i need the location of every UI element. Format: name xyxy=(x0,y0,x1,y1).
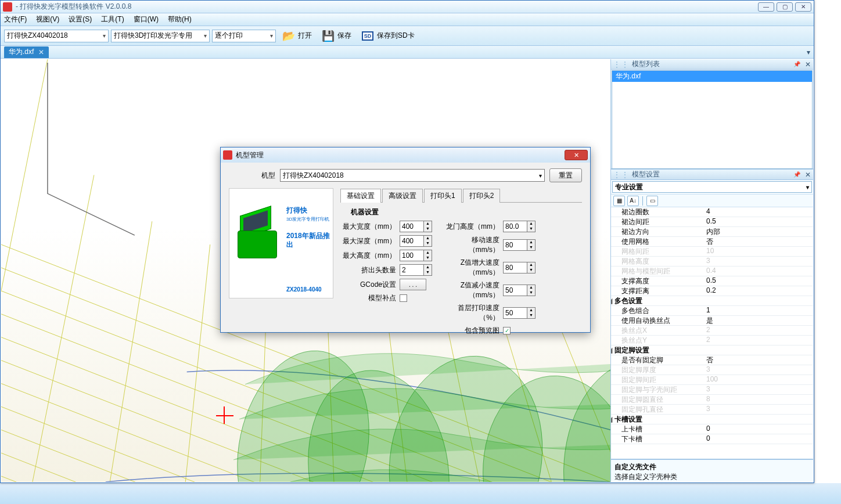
property-row[interactable]: 使用网格否 xyxy=(611,237,813,247)
spin-input[interactable]: ▲▼ xyxy=(400,221,432,232)
dialog-icon xyxy=(223,150,232,160)
reset-button[interactable]: 重置 xyxy=(549,168,582,182)
model-list-panel: ⋮⋮ 模型列表 📌 ✕ 华为.dxf xyxy=(611,59,813,170)
tab-overflow-icon[interactable]: ▾ xyxy=(803,48,814,56)
model-settings-header: ⋮⋮ 模型设置 📌 ✕ xyxy=(611,170,813,180)
property-group[interactable]: ◢多色设置 xyxy=(611,296,813,306)
property-row[interactable]: 多色组合1 xyxy=(611,306,813,316)
svg-line-14 xyxy=(175,244,210,482)
property-grid[interactable]: 裙边圈数4裙边间距0.5裙边方向内部使用网格否网格间距10网格高度3网格与模型间… xyxy=(611,207,813,459)
property-row[interactable]: 下卡槽0 xyxy=(611,434,813,444)
menu-file[interactable]: 文件(F) xyxy=(4,15,27,24)
mode-combo[interactable]: 逐个打印▾ xyxy=(212,30,276,42)
dialog-titlebar[interactable]: 机型管理 ✕ xyxy=(221,147,590,163)
close-tab-icon[interactable]: ✕ xyxy=(38,48,44,56)
save-button[interactable]: 💾 保存 xyxy=(318,28,355,44)
open-button[interactable]: 📂 打开 xyxy=(278,28,315,44)
menu-window[interactable]: 窗口(W) xyxy=(134,15,159,24)
form-field: 首层打印速度（%）▲▼ xyxy=(444,303,535,323)
close-button[interactable]: ✕ xyxy=(795,2,811,12)
spin-input[interactable]: ▲▼ xyxy=(400,250,432,261)
menu-bar: 文件(F) 视图(V) 设置(S) 工具(T) 窗口(W) 帮助(H) xyxy=(1,13,814,26)
machine-select[interactable]: 打得快ZX40402018▾ xyxy=(280,169,545,182)
form-field: 包含预览图✓ xyxy=(444,326,535,336)
maximize-button[interactable]: ▢ xyxy=(777,2,793,12)
tab-head1[interactable]: 打印头1 xyxy=(424,189,462,203)
settings-profile-combo[interactable]: 专业设置 ▾ xyxy=(612,181,812,193)
machine-combo-value: 打得快ZX40402018 xyxy=(7,31,68,41)
property-row[interactable]: 裙边间距0.5 xyxy=(611,217,813,227)
form-field: Z值减小速度（mm/s）▲▼ xyxy=(444,280,535,300)
form-field: Z值增大速度（mm/s）▲▼ xyxy=(444,258,535,278)
window-title: - 打得快发光字模型转换软件 V2.0.0.8 xyxy=(16,2,131,12)
machine-label: 机型 xyxy=(229,171,275,181)
property-row: 固定脚厚度3 xyxy=(611,365,813,375)
panel-close-icon[interactable]: ✕ xyxy=(805,171,811,179)
expand-icon[interactable]: ▭ xyxy=(646,196,658,206)
spin-input[interactable]: ▲▼ xyxy=(503,285,535,296)
spin-input[interactable]: ▲▼ xyxy=(503,262,535,273)
model-list[interactable]: 华为.dxf xyxy=(612,70,813,169)
property-group[interactable]: ◢卡槽设置 xyxy=(611,415,813,424)
mode-combo-value: 逐个打印 xyxy=(215,31,243,41)
model-settings-panel: ⋮⋮ 模型设置 📌 ✕ 专业设置 ▾ ▦ A↓ ▭ 裙边圈 xyxy=(611,170,813,460)
spin-input[interactable]: ▲▼ xyxy=(503,307,535,319)
machine-combo[interactable]: 打得快ZX40402018▾ xyxy=(4,30,109,42)
form-field: 移动速度（mm/s）▲▼ xyxy=(444,235,535,255)
machine-manager-dialog: 机型管理 ✕ 机型 打得快ZX40402018▾ 重置 打得快 3D发光字专用打 xyxy=(220,147,591,333)
sd-card-icon: SD xyxy=(361,29,375,43)
property-group[interactable]: ◢固定脚设置 xyxy=(611,345,813,355)
menu-view[interactable]: 视图(V) xyxy=(36,15,59,24)
save-sd-button[interactable]: SD 保存到SD卡 xyxy=(357,28,418,44)
profile-combo[interactable]: 打得快3D打印发光字专用▾ xyxy=(111,30,210,42)
tab-head2[interactable]: 打印头2 xyxy=(463,189,501,203)
menu-tools[interactable]: 工具(T) xyxy=(101,15,124,24)
model-mesh xyxy=(233,326,611,482)
menu-settings[interactable]: 设置(S) xyxy=(69,15,92,24)
property-row[interactable]: 支撑高度0.5 xyxy=(611,276,813,286)
form-field: 最大高度（mm）▲▼ xyxy=(340,250,432,261)
document-tabs: 华为.dxf ✕ ▾ xyxy=(1,46,814,59)
folder-open-icon: 📂 xyxy=(282,29,296,43)
checkbox[interactable]: ✓ xyxy=(503,327,511,334)
form-field: 模型补点 xyxy=(340,293,432,303)
main-window: - 打得快发光字模型转换软件 V2.0.0.8 — ▢ ✕ 文件(F) 视图(V… xyxy=(0,0,814,483)
tab-advanced[interactable]: 高级设置 xyxy=(382,189,423,203)
menu-help[interactable]: 帮助(H) xyxy=(168,15,192,24)
property-row: 网格高度3 xyxy=(611,257,813,267)
categorize-icon[interactable]: ▦ xyxy=(613,196,625,206)
spin-input[interactable]: ▲▼ xyxy=(400,235,432,247)
gcode-settings-button[interactable]: . . . xyxy=(400,279,426,290)
checkbox[interactable] xyxy=(400,294,407,302)
spin-input[interactable]: ▲▼ xyxy=(503,239,535,251)
property-row[interactable]: 裙边方向内部 xyxy=(611,227,813,237)
spin-input[interactable]: ▲▼ xyxy=(503,221,535,232)
panel-close-icon[interactable]: ✕ xyxy=(805,60,811,69)
property-row[interactable]: 裙边圈数4 xyxy=(611,207,813,217)
tab-basic[interactable]: 基础设置 xyxy=(340,189,381,203)
pin-icon[interactable]: 📌 xyxy=(791,61,803,67)
document-tab[interactable]: 华为.dxf ✕ xyxy=(4,46,49,58)
titlebar: - 打得快发光字模型转换软件 V2.0.0.8 — ▢ ✕ xyxy=(1,1,814,13)
property-row[interactable]: 上卡槽0 xyxy=(611,424,813,434)
combo-input[interactable]: ▲▼ xyxy=(400,264,432,276)
pin-icon[interactable]: 📌 xyxy=(791,171,803,178)
dialog-tabs: 基础设置 高级设置 打印头1 打印头2 xyxy=(340,188,582,203)
property-row: 固定脚间距100 xyxy=(611,375,813,385)
save-icon: 💾 xyxy=(321,29,335,43)
property-row[interactable]: 使用自动换丝点是 xyxy=(611,316,813,326)
form-field: 最大宽度（mm）▲▼ xyxy=(340,221,432,232)
property-row[interactable]: 是否有固定脚否 xyxy=(611,355,813,365)
property-row: 网格间距10 xyxy=(611,247,813,257)
dialog-close-button[interactable]: ✕ xyxy=(565,150,588,160)
list-item[interactable]: 华为.dxf xyxy=(612,71,812,82)
property-row: 换丝点X2 xyxy=(611,326,813,336)
property-row: 换丝点Y2 xyxy=(611,336,813,345)
section-title: 机器设置 xyxy=(351,207,582,217)
sort-az-icon[interactable]: A↓ xyxy=(627,196,639,206)
svg-line-12 xyxy=(13,175,94,482)
svg-line-13 xyxy=(94,221,152,482)
minimize-button[interactable]: — xyxy=(758,2,774,12)
property-row[interactable]: 支撑距离0.2 xyxy=(611,286,813,296)
property-row: 固定脚孔直径3 xyxy=(611,405,813,415)
